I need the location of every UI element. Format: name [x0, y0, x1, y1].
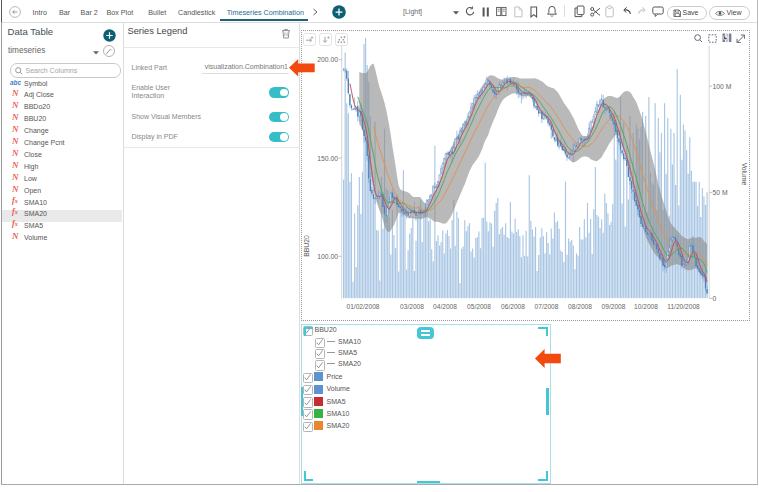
svg-text:10/2008: 10/2008 — [634, 303, 658, 310]
svg-text:07/2008: 07/2008 — [535, 303, 559, 310]
svg-text:100.00: 100.00 — [317, 253, 338, 260]
svg-text:BBU20: BBU20 — [303, 235, 310, 257]
svg-text:08/2008: 08/2008 — [568, 303, 592, 310]
svg-text:11/20/2008: 11/20/2008 — [667, 303, 700, 310]
svg-text:09/2008: 09/2008 — [602, 303, 626, 310]
svg-text:05/2008: 05/2008 — [467, 303, 491, 310]
svg-text:04/2008: 04/2008 — [433, 303, 457, 310]
svg-text:200.00: 200.00 — [317, 56, 338, 63]
svg-text:100 M: 100 M — [713, 83, 732, 90]
svg-text:150.00: 150.00 — [317, 155, 338, 162]
svg-text:Volume: Volume — [741, 163, 748, 186]
svg-text:01/02/2008: 01/02/2008 — [346, 303, 379, 310]
svg-text:50 M: 50 M — [713, 189, 728, 196]
svg-text:06/2008: 06/2008 — [501, 303, 525, 310]
svg-text:0: 0 — [713, 295, 717, 302]
svg-text:03/2008: 03/2008 — [400, 303, 424, 310]
